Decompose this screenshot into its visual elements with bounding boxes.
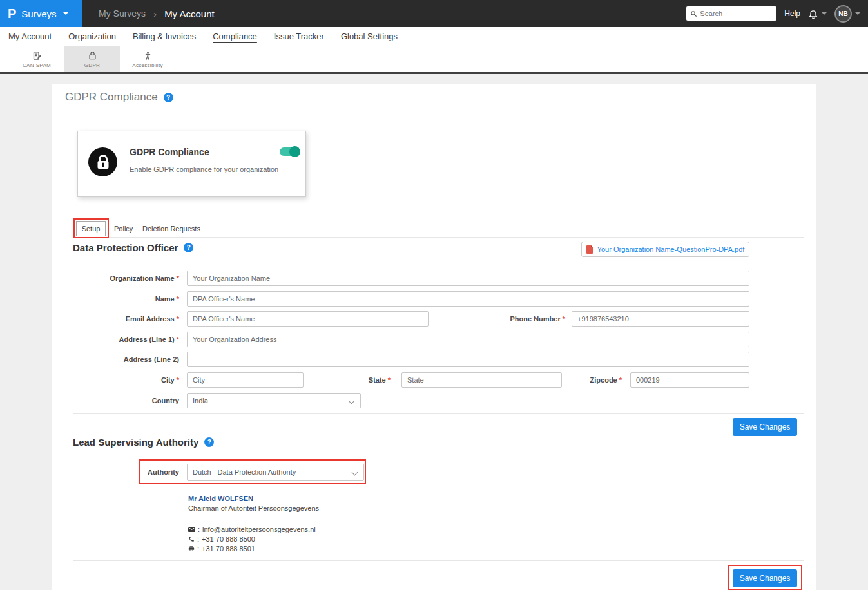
divider — [73, 413, 804, 414]
authority-email: info@autoriteitpersoonsgegevens.nl — [202, 526, 316, 533]
dpo-save-changes-button[interactable]: Save Changes — [733, 418, 797, 436]
toggle-knob — [289, 146, 300, 157]
authority-phone: +31 70 888 8500 — [202, 535, 255, 543]
lsa-heading: Lead Supervising Authority — [73, 437, 198, 448]
breadcrumb-my-account: My Account — [164, 8, 215, 19]
topbar-right: Help NB — [686, 5, 868, 23]
divider — [52, 113, 816, 113]
subnav-label: GDPR — [84, 62, 100, 68]
product-switcher[interactable]: P Surveys — [0, 0, 82, 27]
search-box[interactable] — [686, 6, 776, 21]
dpo-heading: Data Protection Officer — [73, 242, 178, 253]
compliance-subnav: CAN-SPAM GDPR Accessibility — [0, 46, 868, 74]
account-menu[interactable]: NB — [834, 5, 860, 23]
help-icon[interactable]: ? — [204, 437, 214, 447]
authority-select-value: Dutch - Data Protection Authority — [193, 468, 296, 476]
country-select-value: India — [193, 397, 208, 404]
topbar: P Surveys My Surveys › My Account Help N… — [0, 0, 868, 27]
nav-tab-organization[interactable]: Organization — [68, 32, 116, 41]
zipcode-input[interactable] — [630, 372, 749, 388]
account-nav: My Account Organization Billing & Invoic… — [0, 27, 868, 46]
phone-number-input[interactable] — [572, 311, 749, 327]
envelope-icon — [188, 527, 195, 532]
country-select[interactable]: India — [187, 393, 361, 408]
dpo-section-heading: Data Protection Officer ? — [73, 242, 193, 253]
help-icon[interactable]: ? — [164, 93, 173, 102]
authority-fax: +31 70 888 8501 — [202, 545, 255, 553]
questionpro-logo-icon: P — [8, 6, 16, 21]
authority-phone-line: : +31 70 888 8500 — [188, 535, 255, 543]
authority-select[interactable]: Dutch - Data Protection Authority — [187, 464, 364, 481]
state-input[interactable] — [401, 372, 562, 388]
subnav-label: Accessibility — [132, 62, 162, 68]
phone-icon — [188, 536, 195, 542]
bell-icon — [808, 8, 818, 19]
lock-badge-icon — [88, 148, 117, 176]
chevron-down-icon — [352, 470, 358, 476]
divider — [73, 237, 804, 238]
tab-deletion-requests[interactable]: Deletion Requests — [142, 225, 200, 233]
gdpr-enable-toggle[interactable] — [280, 148, 299, 156]
nav-tab-global-settings[interactable]: Global Settings — [341, 32, 398, 41]
authority-contact-name: Mr Aleid WOLFSEN — [188, 495, 253, 502]
feature-card-title: GDPR Compliance — [130, 147, 209, 157]
nav-tab-issue-tracker[interactable]: Issue Tracker — [274, 32, 324, 41]
help-link[interactable]: Help — [784, 9, 800, 18]
search-icon — [690, 10, 697, 17]
gdpr-compliance-panel: GDPR Compliance ? GDPR Compliance Enable… — [52, 84, 816, 590]
email-address-label: Email Address* — [126, 315, 179, 323]
chevron-down-icon — [855, 12, 860, 15]
email-address-input[interactable] — [187, 311, 429, 327]
fax-icon — [188, 546, 195, 552]
gdpr-feature-card: GDPR Compliance Enable GDPR compliance f… — [77, 131, 306, 197]
tab-policy[interactable]: Policy — [114, 225, 133, 233]
breadcrumb-separator: › — [153, 8, 157, 19]
chevron-down-icon — [63, 12, 68, 15]
pdf-file-icon — [586, 245, 593, 254]
search-input[interactable] — [700, 10, 773, 17]
subnav-tab-gdpr[interactable]: GDPR — [64, 46, 120, 72]
authority-email-line: : info@autoriteitpersoonsgegevens.nl — [188, 526, 316, 533]
dpa-pdf-label: Your Organization Name-QuestionPro-DPA.p… — [597, 245, 745, 253]
city-label: City* — [161, 376, 179, 384]
avatar[interactable]: NB — [834, 5, 852, 23]
name-input[interactable] — [187, 291, 749, 307]
subnav-tab-can-spam[interactable]: CAN-SPAM — [9, 46, 64, 72]
chevron-down-icon — [822, 12, 827, 15]
nav-tab-my-account[interactable]: My Account — [8, 32, 52, 41]
nav-tab-billing-invoices[interactable]: Billing & Invoices — [133, 32, 196, 41]
address-line2-label: Address (Line 2) — [124, 356, 179, 363]
divider — [73, 560, 804, 561]
country-label: Country — [152, 397, 179, 404]
product-label: Surveys — [21, 8, 56, 19]
accessibility-icon — [143, 51, 153, 61]
questionpro-account-screen: P Surveys My Surveys › My Account Help N… — [0, 0, 868, 590]
breadcrumb-my-surveys[interactable]: My Surveys — [99, 8, 146, 19]
chevron-down-icon — [349, 398, 355, 404]
page-title-row: GDPR Compliance ? — [65, 91, 173, 104]
dpa-pdf-button[interactable]: Your Organization Name-QuestionPro-DPA.p… — [581, 242, 749, 257]
nav-tab-compliance[interactable]: Compliance — [213, 32, 257, 41]
lsa-save-changes-button[interactable]: Save Changes — [733, 569, 797, 587]
address-line1-label: Address (Line 1)* — [119, 336, 179, 343]
tab-setup[interactable]: Setup — [76, 221, 106, 236]
subnav-tab-accessibility[interactable]: Accessibility — [120, 46, 175, 72]
zipcode-label: Zipcode* — [590, 376, 622, 384]
lsa-section-heading: Lead Supervising Authority ? — [73, 437, 214, 448]
subnav-label: CAN-SPAM — [23, 62, 51, 68]
authority-contact-role: Chairman of Autoriteit Persoonsgegevens — [188, 504, 319, 512]
name-label: Name* — [155, 295, 179, 303]
authority-fax-line: : +31 70 888 8501 — [188, 545, 255, 553]
city-input[interactable] — [187, 372, 304, 388]
phone-number-label: Phone Number* — [510, 315, 565, 323]
breadcrumb: My Surveys › My Account — [99, 8, 215, 19]
state-label: State* — [369, 376, 391, 384]
page-title: GDPR Compliance — [65, 91, 158, 104]
notifications-button[interactable] — [808, 8, 827, 19]
address-line2-input[interactable] — [187, 352, 749, 367]
feature-card-description: Enable GDPR compliance for your organiza… — [130, 166, 278, 173]
address-line1-input[interactable] — [187, 332, 749, 347]
organization-name-label: Organization Name* — [110, 274, 179, 282]
organization-name-input[interactable] — [187, 271, 749, 286]
help-icon[interactable]: ? — [184, 243, 193, 252]
